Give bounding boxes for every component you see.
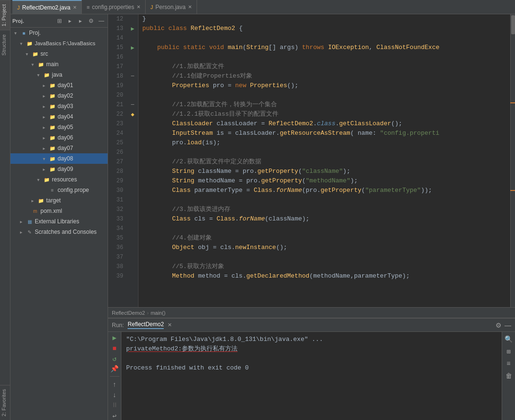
tree-external-libs[interactable]: ▸ ▦ External Libraries <box>10 216 108 227</box>
run-pin-button[interactable]: 📌 <box>109 365 120 373</box>
folder-icon: 📁 <box>26 40 33 47</box>
tree-day08[interactable]: ▾ 📁 day08 <box>10 153 108 164</box>
sidebar-tool-arrow1[interactable]: ▸ <box>66 17 74 25</box>
run-arrow-13[interactable]: ▶ <box>131 25 134 32</box>
breadcrumb-item-2[interactable]: main() <box>150 310 165 316</box>
breadcrumb-item-1[interactable]: ReflectDemo2 <box>112 310 145 316</box>
run-play-button[interactable]: ▶ <box>109 334 120 342</box>
scrollbar-thumb[interactable] <box>511 15 515 34</box>
tree-arrow: ▸ <box>43 125 49 130</box>
sidebar-tool-gear[interactable]: ⚙ <box>87 17 95 25</box>
tree-arrow: ▾ <box>43 156 49 161</box>
run-rerun-button[interactable]: ↺ <box>109 354 120 363</box>
folder-icon: 📁 <box>43 176 50 183</box>
tab-reflectdemo2[interactable]: J ReflectDemo2.java ✕ <box>12 0 82 14</box>
favorites-tab-vertical[interactable]: 2: Favorites <box>0 385 10 420</box>
tree-arrow: ▸ <box>20 219 26 224</box>
folder-icon: 📁 <box>37 60 45 68</box>
run-scroll-down-button[interactable]: ↓ <box>109 391 120 400</box>
tree-label: target <box>46 197 61 204</box>
code-line-21: //1.2加载配置文件，转换为一个集合 <box>142 100 510 110</box>
tree-arrow: ▾ <box>37 177 43 182</box>
output-line-1: "C:\Program Files\Java\jdk1.8.0_131\bin\… <box>126 335 497 344</box>
tree-src[interactable]: ▾ 📁 src <box>10 49 108 59</box>
tree-arrow: ▸ <box>43 114 49 120</box>
main-container: J ReflectDemo2.java ✕ ≡ config.propertie… <box>10 0 515 420</box>
run-arrow-15[interactable]: ▶ <box>131 44 134 51</box>
run-stop-button[interactable]: ■ <box>109 344 120 353</box>
tree-day07[interactable]: ▸ 📁 day07 <box>10 143 108 153</box>
code-line-38: //5.获取方法对象 <box>142 262 510 271</box>
run-clear-icon[interactable]: 🗑 <box>504 371 514 381</box>
code-line-27: //2.获取配置文件中定义的数据 <box>142 157 510 167</box>
settings-icon[interactable]: ⚙ <box>495 321 502 329</box>
fold-18[interactable]: − <box>130 72 134 80</box>
tree-day06[interactable]: ▸ 📁 day06 <box>10 132 108 143</box>
run-search-icon[interactable]: 🔍 <box>504 334 514 344</box>
tree-day02[interactable]: ▸ 📁 day02 <box>10 90 108 101</box>
sidebar-toolbar: Proj. ⊞ ▸ ▸ ⚙ — <box>10 14 108 28</box>
tree-day04[interactable]: ▸ 📁 day04 <box>10 111 108 122</box>
tree-java[interactable]: ▾ 📁 java <box>10 70 108 80</box>
run-scroll-up-button[interactable]: ↑ <box>109 380 120 389</box>
run-filter-icon[interactable]: ⊞ <box>504 346 514 357</box>
run-wrap-button[interactable]: ↩ <box>109 411 120 420</box>
code-line-20 <box>142 90 510 100</box>
line-numbers: 12 13 14 15 16 17 18 19 20 21 22 23 24 2… <box>108 14 127 307</box>
project-tab-vertical[interactable]: 1: Project <box>0 0 10 30</box>
tree-arrow: ▸ <box>43 167 49 172</box>
tree-resources[interactable]: ▾ 📁 resources <box>10 174 108 185</box>
tree-javabasics[interactable]: ▾ 📁 JavaBasics F:\JavaBasics <box>10 38 108 49</box>
tab-person[interactable]: J Person.java ✕ <box>146 0 197 14</box>
folder-icon: 📁 <box>49 81 56 89</box>
code-line-35: //4.创建对象 <box>142 233 510 243</box>
code-line-17: //1.加载配置文件 <box>142 62 510 71</box>
tree-day01[interactable]: ▸ 📁 day01 <box>10 80 108 90</box>
sidebar-proj-label: Proj. <box>12 18 24 24</box>
tree-label: day08 <box>58 155 73 162</box>
tree-label: src <box>40 50 48 57</box>
tree-config-prop[interactable]: ▸ ≡ config.prope <box>10 185 108 195</box>
tree-day03[interactable]: ▸ 📁 day03 <box>10 101 108 111</box>
content-area: Proj. ⊞ ▸ ▸ ⚙ — ▾ ■ Proj. ▾ 📁 JavaBasics… <box>10 14 515 420</box>
sidebar-tool-collapse[interactable]: ⊞ <box>55 17 64 25</box>
tree-arrow: ▾ <box>20 41 26 46</box>
output-line-3 <box>126 354 497 363</box>
run-pause-button[interactable]: ⏸ <box>109 401 120 410</box>
tree-arrow: ▸ <box>43 93 49 99</box>
tab-config[interactable]: ≡ config.properties ✕ <box>82 0 146 14</box>
breadcrumb-separator: › <box>147 310 149 316</box>
tab-person-close[interactable]: ✕ <box>188 4 192 10</box>
tree-label: day09 <box>58 166 73 172</box>
folder-icon: 📁 <box>37 197 45 204</box>
tree-arrow: ▾ <box>37 72 43 78</box>
fold-21[interactable]: − <box>130 101 134 109</box>
sidebar-tool-minimize[interactable]: — <box>97 17 106 25</box>
tree-pom[interactable]: ▸ m pom.xml <box>10 206 108 216</box>
tree-label: Proj. <box>29 30 41 36</box>
tab-config-close[interactable]: ✕ <box>137 4 140 10</box>
code-editor[interactable]: } public class ReflectDemo2 { public sta… <box>139 14 510 307</box>
folder-icon: 📁 <box>49 92 56 100</box>
code-line-19: Properties pro = new Properties(); <box>142 81 510 90</box>
code-line-24: InputStream is = classLoader.getResource… <box>142 129 510 138</box>
output-text-4: Process finished with exit code 0 <box>126 363 248 373</box>
sidebar-tool-arrow2[interactable]: ▸ <box>76 17 85 25</box>
run-layout-icon[interactable]: ≡ <box>504 359 514 369</box>
run-tab-close[interactable]: ✕ <box>168 322 172 328</box>
run-active-tab[interactable]: ReflectDemo2 <box>128 321 164 329</box>
tree-main[interactable]: ▾ 📁 main <box>10 59 108 70</box>
tab-reflectdemo2-label: ReflectDemo2.java <box>22 4 70 11</box>
structure-tab-vertical[interactable]: Structure <box>0 30 10 60</box>
minimize-icon[interactable]: — <box>505 321 511 329</box>
tree-label: day02 <box>58 92 73 99</box>
scroll-indicator-2 <box>510 190 515 191</box>
tab-reflectdemo2-close[interactable]: ✕ <box>73 5 77 10</box>
tree-label: day01 <box>58 82 73 89</box>
tree-target[interactable]: ▸ 📁 target <box>10 195 108 206</box>
tree-day05[interactable]: ▸ 📁 day05 <box>10 122 108 132</box>
editor-scrollbar[interactable] <box>510 14 515 307</box>
tree-day09[interactable]: ▸ 📁 day09 <box>10 164 108 174</box>
tree-project-root[interactable]: ▾ ■ Proj. <box>10 28 108 38</box>
tree-scratches[interactable]: ▸ ✎ Scratches and Consoles <box>10 227 108 237</box>
